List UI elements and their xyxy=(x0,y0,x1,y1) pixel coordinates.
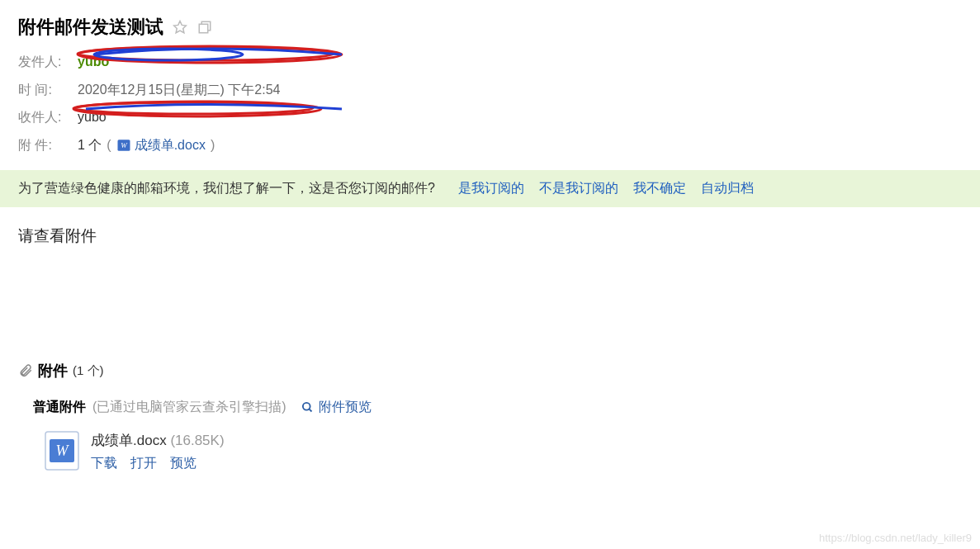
attachments-count: (1 个) xyxy=(73,363,104,379)
svg-point-4 xyxy=(78,47,334,60)
prompt-text: 为了营造绿色健康的邮箱环境，我们想了解一下，这是否您订阅的邮件? xyxy=(18,180,435,197)
attachment-filename: 成绩单.docx xyxy=(91,433,167,448)
attachment-item: W 成绩单.docx (16.85K) 下载 打开 预览 xyxy=(45,431,962,472)
attach-paren-open: ( xyxy=(107,135,111,156)
svg-marker-0 xyxy=(174,21,187,33)
prompt-yes-link[interactable]: 是我订阅的 xyxy=(458,180,524,197)
subscription-prompt-bar: 为了营造绿色健康的邮箱环境，我们想了解一下，这是否您订阅的邮件? 是我订阅的 不… xyxy=(0,170,980,207)
svg-point-5 xyxy=(94,49,243,60)
star-icon[interactable] xyxy=(172,19,188,35)
word-icon: W xyxy=(116,138,131,153)
email-subject: 附件邮件发送测试 xyxy=(18,15,163,40)
svg-line-11 xyxy=(309,409,311,412)
attachment-meta-row: 附 件: 1 个 ( W 成绩单.docx ) xyxy=(18,135,962,156)
svg-rect-2 xyxy=(199,24,208,33)
sender-name[interactable]: yubo xyxy=(78,54,109,69)
word-file-icon: W xyxy=(45,431,79,471)
svg-text:W: W xyxy=(56,443,70,459)
scan-note: (已通过电脑管家云查杀引擎扫描) xyxy=(92,399,286,416)
email-body: 请查看附件 xyxy=(0,207,980,346)
redaction-scribble xyxy=(69,40,367,69)
open-link[interactable]: 打开 xyxy=(130,455,157,472)
attach-filename-link[interactable]: 成绩单.docx xyxy=(135,135,206,156)
attach-count: 1 个 xyxy=(78,135,102,156)
attachments-title: 附件 xyxy=(38,361,68,381)
search-icon xyxy=(301,401,314,414)
preview-link[interactable]: 预览 xyxy=(170,455,196,472)
recipient-row: 收件人: yubo xyxy=(18,106,962,128)
time-value: 2020年12月15日(星期二) 下午2:54 xyxy=(78,79,280,101)
recipient-name[interactable]: yubo xyxy=(78,110,107,124)
attachments-section: 附件(1 个) 普通附件 (已通过电脑管家云查杀引擎扫描) 附件预览 W 成绩单… xyxy=(0,346,980,497)
svg-point-3 xyxy=(78,46,342,63)
recipient-label: 收件人: xyxy=(18,106,78,128)
attach-paren-close: ) xyxy=(211,135,215,156)
svg-point-7 xyxy=(73,102,313,114)
preview-all-link[interactable]: 附件预览 xyxy=(301,399,372,416)
download-link[interactable]: 下载 xyxy=(91,455,117,472)
body-text: 请查看附件 xyxy=(18,227,97,244)
attachments-subtitle: 普通附件 xyxy=(33,399,86,416)
time-label: 时 间: xyxy=(18,79,78,101)
preview-all-label: 附件预览 xyxy=(319,399,372,416)
svg-point-6 xyxy=(73,102,321,116)
popout-icon[interactable] xyxy=(196,19,213,35)
attachment-size: (16.85K) xyxy=(170,433,224,448)
svg-point-10 xyxy=(303,403,310,410)
prompt-no-link[interactable]: 不是我订阅的 xyxy=(539,180,618,197)
paperclip-icon xyxy=(18,363,33,378)
prompt-archive-link[interactable]: 自动归档 xyxy=(701,180,754,197)
sender-label: 发件人: xyxy=(18,51,78,73)
sender-row: 发件人: yubo xyxy=(18,51,962,73)
time-row: 时 间: 2020年12月15日(星期二) 下午2:54 xyxy=(18,79,962,101)
attach-label: 附 件: xyxy=(18,135,78,156)
prompt-unsure-link[interactable]: 我不确定 xyxy=(633,180,686,197)
